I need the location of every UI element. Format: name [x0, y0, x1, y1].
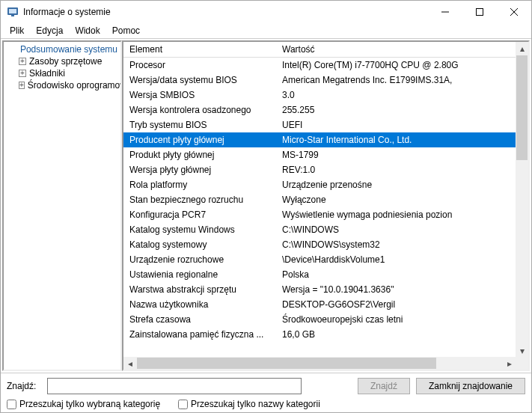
scroll-left-icon[interactable]: ◂ — [123, 357, 136, 370]
table-cell-value[interactable]: DESKTOP-GG6OSF2\Vergil — [276, 297, 516, 312]
search-category-checkbox[interactable]: Przeszukaj tylko wybraną kategorię — [7, 399, 160, 409]
table-cell-value[interactable]: 255.255 — [276, 103, 516, 117]
table-cell-element[interactable]: Wersja SMBIOS — [123, 88, 276, 103]
maximize-button[interactable] — [462, 1, 497, 23]
table-cell-element[interactable]: Rola platformy — [123, 177, 276, 192]
table-pane: Element Wartość ProcesorIntel(R) Core(TM… — [122, 40, 530, 371]
search-names-checkbox[interactable]: Przeszukaj tylko nazwy kategorii — [178, 399, 320, 409]
horizontal-scrollbar[interactable]: ◂ ▸ — [123, 357, 516, 370]
close-find-button[interactable]: Zamknij znajdowanie — [416, 378, 525, 394]
scroll-thumb[interactable] — [137, 358, 436, 369]
checkbox-input[interactable] — [178, 400, 188, 409]
table-cell-element[interactable]: Ustawienia regionalne — [123, 267, 276, 282]
tree-root-label: Podsumowanie systemu — [20, 44, 117, 55]
close-button[interactable] — [497, 1, 531, 23]
table-cell-element[interactable]: Katalog systemu Windows — [123, 222, 276, 237]
table-cell-element[interactable]: Wersja płyty głównej — [123, 162, 276, 177]
column-header-value[interactable]: Wartość — [276, 42, 516, 58]
tree-components[interactable]: + Składniki — [4, 67, 120, 79]
scroll-corner — [516, 357, 528, 370]
table-cell-value[interactable]: Wyświetlenie wymaga podniesienia pozion — [276, 207, 516, 222]
column-header-element[interactable]: Element — [123, 42, 276, 58]
minimize-button[interactable] — [428, 1, 462, 23]
table-cell-element[interactable]: Warstwa abstrakcji sprzętu — [123, 282, 276, 297]
table-cell-value[interactable]: Wersja = "10.0.19041.3636" — [276, 282, 516, 297]
table-cell-element[interactable]: Urządzenie rozruchowe — [123, 252, 276, 267]
table-cell-value[interactable]: Środkowoeuropejski czas letni — [276, 312, 516, 327]
menu-help[interactable]: Pomoc — [106, 24, 146, 37]
window-title: Informacje o systemie — [23, 7, 428, 17]
table-cell-element[interactable]: Stan bezpiecznego rozruchu — [123, 192, 276, 207]
app-icon — [7, 6, 19, 18]
table-cell-value[interactable]: Intel(R) Core(TM) i7-7700HQ CPU @ 2.80G — [276, 58, 516, 73]
expand-icon[interactable]: + — [19, 70, 26, 77]
expand-icon[interactable]: + — [19, 82, 25, 89]
tree-pane[interactable]: Podsumowanie systemu + Zasoby sprzętowe … — [2, 40, 122, 371]
table-cell-element[interactable]: Producent płyty głównej — [123, 132, 276, 147]
checkbox-label: Przeszukaj tylko nazwy kategorii — [191, 399, 320, 409]
svg-rect-4 — [477, 9, 483, 16]
tree-softenv[interactable]: + Środowisko oprogramowania — [4, 79, 120, 91]
table-cell-element[interactable]: Wersja/data systemu BIOS — [123, 73, 276, 88]
scroll-down-icon[interactable]: ▾ — [516, 344, 528, 357]
table-cell-value[interactable]: Micro-Star International Co., Ltd. — [276, 132, 516, 147]
tree-softenv-label: Środowisko oprogramowania — [28, 80, 122, 91]
menu-edit[interactable]: Edycja — [30, 24, 69, 37]
table-cell-element[interactable]: Katalog systemowy — [123, 237, 276, 252]
table-cell-element[interactable]: Procesor — [123, 58, 276, 73]
titlebar: Informacje o systemie — [1, 1, 531, 23]
menu-file[interactable]: Plik — [4, 24, 30, 37]
find-input[interactable] — [47, 378, 302, 394]
footer: Znajdź: Znajdź Zamknij znajdowanie Przes… — [1, 373, 531, 412]
find-button[interactable]: Znajdź — [358, 378, 410, 394]
vertical-scrollbar[interactable]: ▴ ▾ — [516, 42, 528, 357]
table-cell-value[interactable]: Urządzenie przenośne — [276, 177, 516, 192]
table-cell-element[interactable]: Zainstalowana pamięć fizyczna ... — [123, 327, 276, 342]
table-cell-value[interactable]: UEFI — [276, 117, 516, 132]
tree-hardware[interactable]: + Zasoby sprzętowe — [4, 55, 120, 67]
menubar: Plik Edycja Widok Pomoc — [1, 23, 531, 38]
table-cell-value[interactable]: Wyłączone — [276, 192, 516, 207]
tree-components-label: Składniki — [29, 68, 65, 79]
table-cell-value[interactable]: Polska — [276, 267, 516, 282]
tree-hardware-label: Zasoby sprzętowe — [29, 56, 102, 67]
table-cell-element[interactable]: Konfiguracja PCR7 — [123, 207, 276, 222]
svg-rect-1 — [9, 9, 16, 13]
tree-root[interactable]: Podsumowanie systemu — [4, 43, 120, 55]
table-cell-value[interactable]: American Megatrends Inc. E1799IMS.31A, — [276, 73, 516, 88]
svg-rect-2 — [11, 15, 14, 16]
table-cell-value[interactable]: REV:1.0 — [276, 162, 516, 177]
checkbox-label: Przeszukaj tylko wybraną kategorię — [19, 399, 160, 409]
scroll-thumb[interactable] — [516, 55, 528, 160]
table-cell-element[interactable]: Strefa czasowa — [123, 312, 276, 327]
table-cell-element[interactable]: Wersja kontrolera osadzonego — [123, 103, 276, 117]
table-cell-value[interactable]: C:\WINDOWS — [276, 222, 516, 237]
menu-view[interactable]: Widok — [69, 24, 106, 37]
checkbox-input[interactable] — [7, 400, 16, 409]
table-cell-element[interactable]: Nazwa użytkownika — [123, 297, 276, 312]
table-cell-value[interactable]: C:\WINDOWS\system32 — [276, 237, 516, 252]
scroll-right-icon[interactable]: ▸ — [503, 357, 516, 370]
table-cell-value[interactable]: 3.0 — [276, 88, 516, 103]
table-cell-element[interactable]: Produkt płyty głównej — [123, 147, 276, 162]
expand-icon[interactable]: + — [19, 58, 26, 65]
table-cell-element[interactable]: Tryb systemu BIOS — [123, 117, 276, 132]
table-cell-value[interactable]: 16,0 GB — [276, 327, 516, 342]
find-label: Znajdź: — [7, 381, 41, 391]
scroll-up-icon[interactable]: ▴ — [516, 42, 528, 55]
table-cell-value[interactable]: \Device\HarddiskVolume1 — [276, 252, 516, 267]
table-cell-value[interactable]: MS-1799 — [276, 147, 516, 162]
